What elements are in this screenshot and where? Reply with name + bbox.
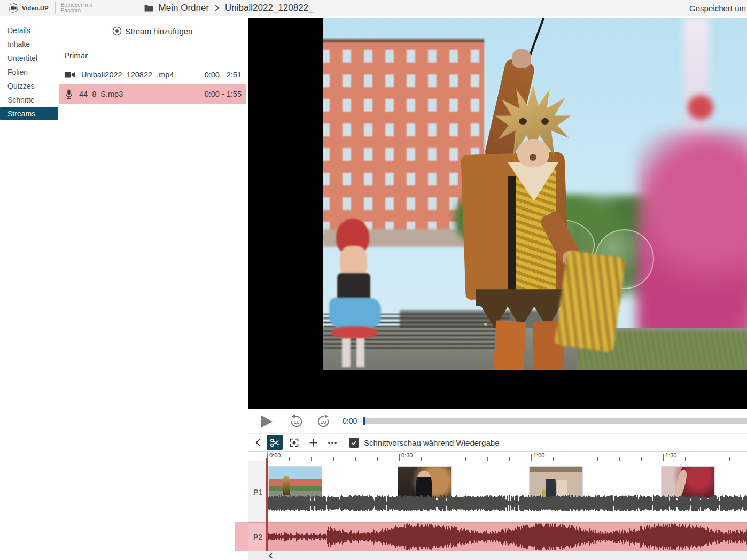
- forward-10-button[interactable]: 10: [316, 414, 331, 429]
- session-title: Uniball2022_120822_: [225, 3, 313, 13]
- topbar-divider: [55, 2, 56, 14]
- stream-time-range: 0:00 - 2:51: [205, 71, 242, 79]
- ruler-label: 0:30: [401, 452, 413, 458]
- sidebar-item-untertitel[interactable]: Untertitel: [0, 51, 58, 65]
- chevron-left-icon: [268, 553, 274, 559]
- add-clip-button[interactable]: [305, 435, 321, 450]
- timeline-thumbnail-3[interactable]: [529, 466, 583, 499]
- track-label-p2: P2: [248, 533, 267, 541]
- rewind-10-icon: 10: [289, 414, 304, 429]
- plus-circle-icon: [112, 26, 122, 36]
- scene-giant-doll: [325, 219, 385, 370]
- play-button[interactable]: [261, 415, 273, 428]
- timeline-thumbnail-4[interactable]: [661, 466, 715, 499]
- add-stream-label: Stream hinzufügen: [126, 27, 193, 36]
- stream-row-video[interactable]: Uniball2022_120822_.mp4 0:00 - 2:51: [59, 65, 246, 84]
- breadcrumb-folder-link[interactable]: Mein Ordner: [159, 3, 209, 13]
- collapse-panel-button[interactable]: [254, 438, 263, 447]
- scissors-icon: [269, 437, 281, 448]
- ruler-major-tick: [399, 454, 400, 461]
- powered-by: Betrieben mit Panopto: [61, 3, 92, 13]
- saved-status: Gespeichert um: [689, 4, 747, 13]
- progress-playhead[interactable]: [363, 417, 365, 425]
- timeline: 0:000:301:001:30 P1 P2: [248, 452, 747, 551]
- progress-bar[interactable]: [363, 418, 747, 424]
- mask-eye: [519, 118, 526, 125]
- video-preview-area[interactable]: [248, 18, 747, 409]
- ellipsis-icon: [326, 437, 338, 448]
- add-stream-button[interactable]: Stream hinzufügen: [59, 20, 246, 42]
- timeline-ruler[interactable]: 0:000:301:001:30: [248, 452, 747, 461]
- timeline-scrollbar[interactable]: [248, 551, 747, 560]
- rewind-10-button[interactable]: 10: [289, 414, 304, 429]
- ruler-label: 1:30: [665, 452, 676, 458]
- focus-frame-icon: [289, 437, 300, 448]
- breadcrumb: Mein Ordner Uniball2022_120822_: [144, 3, 314, 13]
- cut-tool-button[interactable]: [267, 435, 283, 450]
- p1-audio-waveform[interactable]: [267, 495, 747, 511]
- p2-audio-waveform[interactable]: [267, 523, 747, 551]
- panel-divider: [59, 42, 246, 42]
- breadcrumb-chevron-icon: [214, 4, 220, 12]
- checkmark-icon: [351, 439, 357, 446]
- video-frame: [323, 18, 747, 370]
- sidebar-item-inhalte[interactable]: Inhalte: [0, 37, 58, 51]
- ruler-major-tick: [663, 454, 664, 461]
- track-p2[interactable]: [248, 522, 747, 551]
- video-camera-icon: [64, 70, 76, 80]
- performer-fist: [512, 49, 531, 68]
- sidebar-item-details[interactable]: Details: [0, 24, 58, 37]
- primary-section-label: Primär: [64, 51, 246, 60]
- app-logo[interactable]: Video.UP: [0, 2, 49, 14]
- panopto-editor: Video.UP Betrieben mit Panopto Mein Ordn…: [0, 0, 747, 560]
- cut-preview-label: Schnittvorschau während Wiedergabe: [364, 438, 499, 447]
- streams-panel: Stream hinzufügen Primär Uniball2022_120…: [59, 20, 246, 104]
- timeline-playhead[interactable]: [266, 458, 268, 551]
- sidebar-nav: Details Inhalte Untertitel Folien Quizze…: [0, 24, 58, 120]
- sidebar-item-schnitte[interactable]: Schnitte: [0, 93, 58, 107]
- more-options-button[interactable]: [324, 435, 340, 450]
- current-time: 0:00: [343, 417, 357, 425]
- ruler-label: 0:00: [269, 452, 281, 458]
- cut-preview-checkbox[interactable]: [349, 438, 359, 448]
- timeline-toolbar: Schnittvorschau während Wiedergabe: [248, 434, 747, 452]
- powered-by-line2: Panopto: [61, 8, 92, 13]
- ruler-label: 1:00: [533, 452, 544, 458]
- left-panel: Details Inhalte Untertitel Folien Quizze…: [0, 16, 248, 560]
- performer-leg: [494, 320, 526, 370]
- sidebar-item-quizzes[interactable]: Quizzes: [0, 79, 58, 93]
- track-label-p1: P1: [248, 488, 267, 496]
- logo-text: Video.UP: [22, 5, 49, 11]
- ruler-major-tick: [531, 454, 532, 461]
- logo-camera-swoosh-icon: [7, 2, 19, 14]
- folder-icon: [144, 3, 154, 13]
- microphone-icon: [64, 89, 74, 100]
- top-bar: Video.UP Betrieben mit Panopto Mein Ordn…: [0, 0, 747, 16]
- playback-controls: 10 10 0:00: [248, 409, 747, 434]
- mask-eye: [541, 118, 549, 125]
- performer-mouth: [530, 154, 536, 161]
- scroll-left-button[interactable]: [268, 553, 274, 559]
- sidebar-item-streams[interactable]: Streams: [0, 107, 58, 120]
- selected-stream-highlight: [235, 522, 248, 551]
- chevron-left-icon: [254, 438, 262, 447]
- timeline-thumbnail-2[interactable]: [398, 466, 452, 499]
- scene-blur-balloon: [688, 95, 713, 120]
- timeline-thumbnail-1[interactable]: [268, 466, 322, 499]
- forward-10-icon: 10: [316, 414, 331, 429]
- svg-text:10: 10: [293, 419, 300, 425]
- track-p1[interactable]: [267, 461, 747, 522]
- stream-name: Uniball2022_120822_.mp4: [81, 71, 199, 79]
- stream-row-audio[interactable]: 44_8_S.mp3 0:00 - 1:55: [59, 84, 246, 104]
- plus-icon: [308, 437, 319, 448]
- zoom-to-fit-button[interactable]: [286, 435, 302, 450]
- svg-text:10: 10: [320, 419, 326, 425]
- stream-name: 44_8_S.mp3: [79, 90, 199, 98]
- stream-time-range: 0:00 - 1:55: [205, 90, 242, 98]
- sidebar-item-folien[interactable]: Folien: [0, 65, 58, 79]
